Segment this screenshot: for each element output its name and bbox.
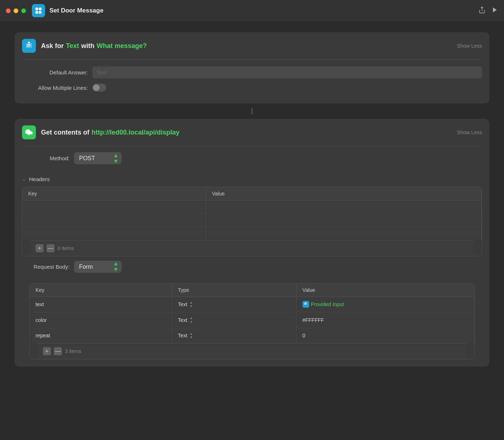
fullscreen-button[interactable]: [21, 8, 26, 13]
headers-table-footer: + — 0 items: [30, 240, 474, 256]
svg-marker-5: [493, 7, 497, 12]
svg-rect-0: [36, 8, 38, 10]
ask-for-header: Ask for Text with What message? Show Les…: [15, 32, 489, 59]
request-body-dropdown-wrapper[interactable]: Form JSON File ▲ ▼: [74, 261, 122, 273]
headers-empty-row-3: [22, 227, 482, 240]
rb-row2-type: Text ▲ ▼: [172, 312, 296, 328]
headers-key-col: Key: [22, 187, 206, 201]
svg-rect-3: [39, 11, 41, 14]
rb-row3-value: 0: [296, 328, 474, 343]
method-select[interactable]: POST GET PUT PATCH DELETE: [74, 152, 122, 164]
headers-section-header[interactable]: ⌄ Headers: [15, 172, 489, 187]
table-row: text Text ▲ ▼: [30, 297, 474, 312]
rb-row3-key: repeat: [30, 328, 172, 343]
svg-rect-1: [39, 8, 41, 10]
rb-row2-type-stepper[interactable]: ▲ ▼: [190, 316, 193, 324]
svg-rect-6: [26, 43, 32, 48]
titlebar: Set Door Message: [0, 0, 504, 21]
ask-for-body: Default Answer: Allow Multiple Lines:: [15, 60, 489, 103]
ask-for-prompt: What message?: [97, 42, 147, 50]
allow-multiple-toggle[interactable]: [92, 84, 106, 92]
rb-row1-key: text: [30, 297, 172, 312]
provided-input-icon: [303, 301, 309, 308]
method-label: Method:: [22, 155, 70, 161]
window-title: Set Door Message: [49, 7, 103, 14]
rb-row3-type-cell: Text ▲ ▼: [178, 332, 290, 340]
play-button[interactable]: [492, 7, 498, 15]
titlebar-actions: [478, 6, 498, 15]
headers-label: Headers: [29, 176, 50, 182]
headers-value-col: Value: [206, 187, 481, 201]
allow-multiple-label: Allow Multiple Lines:: [22, 85, 88, 91]
share-button[interactable]: [478, 6, 486, 15]
chevron-down-icon: ⌄: [22, 176, 26, 182]
svg-rect-10: [304, 303, 307, 305]
table-row: repeat Text ▲ ▼ 0: [30, 328, 474, 343]
ask-for-type: Text: [66, 42, 79, 50]
get-contents-header: Get contents of http://led00.local/api/d…: [15, 119, 489, 146]
rb-remove-button[interactable]: —: [54, 347, 62, 355]
rb-row2-value: #FFFFFF: [296, 312, 474, 328]
svg-point-12: [305, 302, 306, 303]
request-body-select[interactable]: Form JSON File: [74, 261, 122, 273]
rb-row1-value: Provided Input: [296, 297, 474, 312]
rb-items-count: 3 items: [65, 348, 81, 354]
connector-line: [252, 108, 252, 114]
get-contents-label: Get contents of: [41, 129, 89, 136]
rb-row3-type-stepper[interactable]: ▲ ▼: [190, 332, 193, 340]
headers-items-count: 0 items: [58, 245, 74, 251]
app-icon: [32, 4, 45, 17]
ask-for-card: Ask for Text with What message? Show Les…: [15, 32, 489, 103]
headers-add-button[interactable]: +: [36, 244, 44, 252]
request-body-row: Request Body: Form JSON File ▲ ▼: [22, 261, 482, 277]
headers-table-container: Key Value + — 0 items: [22, 187, 482, 256]
headers-empty-row-1: [22, 201, 482, 214]
method-section: Method: POST GET PUT PATCH DELETE ▲ ▼: [15, 146, 489, 166]
main-content: Ask for Text with What message? Show Les…: [0, 21, 504, 378]
request-body-table: Key Type Value text Text: [30, 283, 474, 344]
rb-key-col: Key: [30, 283, 172, 297]
request-body-label: Request Body:: [22, 264, 70, 270]
card-bottom-pad: [15, 359, 489, 367]
request-body-section: Request Body: Form JSON File ▲ ▼: [15, 261, 489, 360]
minimize-button[interactable]: [14, 8, 18, 13]
provided-input-label: Provided Input: [311, 301, 344, 307]
allow-multiple-row: Allow Multiple Lines:: [22, 84, 482, 92]
headers-remove-button[interactable]: —: [47, 244, 55, 252]
headers-table: Key Value: [22, 187, 482, 240]
ask-for-title: Ask for Text with What message?: [41, 42, 452, 50]
rb-table-footer: + — 3 items: [37, 343, 467, 359]
rb-row1-type-cell: Text ▲ ▼: [178, 301, 290, 309]
default-answer-input[interactable]: [92, 66, 482, 78]
headers-section: ⌄ Headers Key Value: [15, 172, 489, 256]
table-row: color Text ▲ ▼ #FFFFFF: [30, 312, 474, 328]
ask-for-label: Ask for: [41, 42, 64, 50]
method-dropdown-wrapper[interactable]: POST GET PUT PATCH DELETE ▲ ▼: [74, 152, 122, 164]
default-answer-row: Default Answer:: [22, 66, 482, 78]
svg-rect-2: [36, 11, 38, 14]
get-contents-icon: [22, 125, 36, 139]
headers-empty-row-2: [22, 214, 482, 227]
default-answer-label: Default Answer:: [22, 69, 88, 76]
request-body-table-container: Key Type Value text Text: [29, 283, 475, 360]
traffic-lights: [6, 8, 26, 13]
method-row: Method: POST GET PUT PATCH DELETE ▲ ▼: [22, 152, 482, 166]
rb-row2-type-cell: Text ▲ ▼: [178, 316, 290, 324]
rb-row2-key: color: [30, 312, 172, 328]
rb-row1-type: Text ▲ ▼: [172, 297, 296, 312]
ask-for-with: with: [81, 42, 94, 50]
provided-input-badge: Provided Input: [303, 301, 344, 308]
rb-type-col: Type: [172, 283, 296, 297]
connector: [15, 108, 489, 114]
close-button[interactable]: [6, 8, 11, 13]
get-contents-card: Get contents of http://led00.local/api/d…: [15, 119, 489, 367]
get-contents-show-less[interactable]: Show Less: [457, 129, 482, 135]
rb-value-col: Value: [296, 283, 474, 297]
get-contents-url: http://led00.local/api/display: [92, 129, 179, 136]
rb-row3-type: Text ▲ ▼: [172, 328, 296, 343]
ask-for-icon: [22, 39, 36, 53]
rb-add-button[interactable]: +: [43, 347, 51, 355]
rb-row1-type-stepper[interactable]: ▲ ▼: [190, 301, 193, 309]
get-contents-title: Get contents of http://led00.local/api/d…: [41, 129, 452, 136]
ask-for-show-less[interactable]: Show Less: [457, 43, 482, 49]
